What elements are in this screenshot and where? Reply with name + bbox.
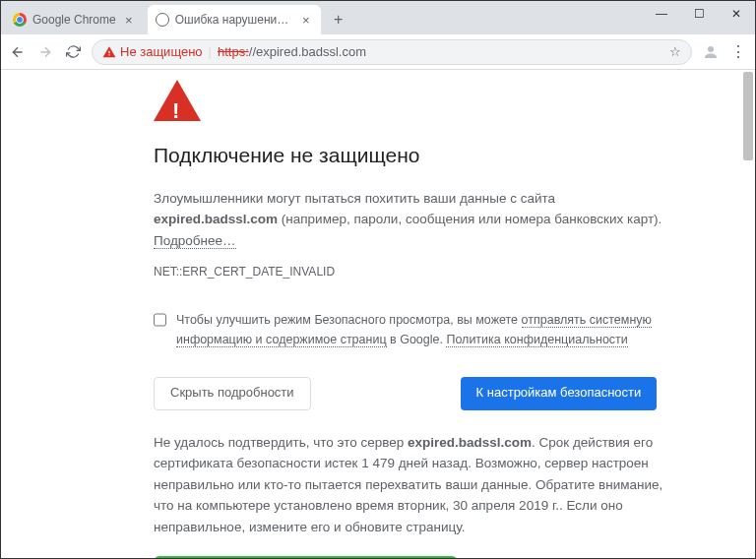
globe-icon (156, 13, 169, 27)
warning-icon (102, 45, 116, 59)
address-bar: Не защищено | https://expired.badssl.com… (1, 34, 755, 70)
scrollbar-thumb[interactable] (743, 72, 753, 160)
tab-label: Ошибка нарушения конфиденц (175, 13, 293, 27)
reload-button[interactable] (64, 43, 82, 61)
omnibox[interactable]: Не защищено | https://expired.badssl.com… (92, 39, 692, 65)
learn-more-link[interactable]: Подробнее… (154, 233, 236, 249)
tab-chrome[interactable]: Google Chrome × (5, 5, 144, 34)
not-secure-label: Не защищено (120, 44, 203, 59)
close-icon[interactable]: × (299, 13, 313, 27)
profile-icon[interactable] (702, 43, 720, 61)
back-to-safety-button[interactable]: К настройкам безопасности (461, 377, 658, 410)
page-title: Подключение не защищено (154, 139, 729, 172)
tab-label: Google Chrome (32, 13, 116, 27)
warning-paragraph: Злоумышленники могут пытаться похитить в… (154, 188, 665, 252)
forward-button[interactable] (36, 43, 54, 61)
hide-details-button[interactable]: Скрыть подробности (154, 377, 311, 410)
details-paragraph: Не удалось подтвердить, что это сервер e… (154, 432, 665, 538)
error-code: NET::ERR_CERT_DATE_INVALID (154, 263, 729, 281)
optin-checkbox[interactable] (154, 313, 166, 327)
close-icon[interactable]: × (122, 13, 136, 27)
optin-row: Чтобы улучшить режим Безопасного просмот… (154, 310, 665, 349)
menu-icon[interactable]: ⋮ (729, 43, 747, 61)
url-text: https://expired.badssl.com (218, 44, 366, 59)
svg-point-0 (708, 46, 714, 52)
maximize-button[interactable]: ☐ (680, 1, 718, 27)
warning-triangle-icon: ! (154, 80, 201, 121)
close-window-button[interactable]: ✕ (718, 1, 755, 27)
proceed-highlight: Перейти на сайт expired.badssl.com (небе… (154, 556, 458, 558)
new-tab-button[interactable]: + (327, 8, 350, 31)
not-secure-chip[interactable]: Не защищено (102, 44, 203, 59)
title-bar: Google Chrome × Ошибка нарушения конфиде… (1, 1, 755, 34)
page-content: ! Подключение не защищено Злоумышленники… (1, 70, 755, 558)
minimize-button[interactable]: — (643, 1, 680, 27)
window-controls: — ☐ ✕ (643, 1, 755, 27)
button-row: Скрыть подробности К настройкам безопасн… (154, 377, 729, 410)
back-button[interactable] (9, 43, 27, 61)
tab-active[interactable]: Ошибка нарушения конфиденц × (148, 5, 321, 34)
privacy-policy-link[interactable]: Политика конфиденциальности (446, 333, 627, 347)
chrome-icon (13, 13, 27, 27)
star-icon[interactable]: ☆ (669, 44, 681, 59)
